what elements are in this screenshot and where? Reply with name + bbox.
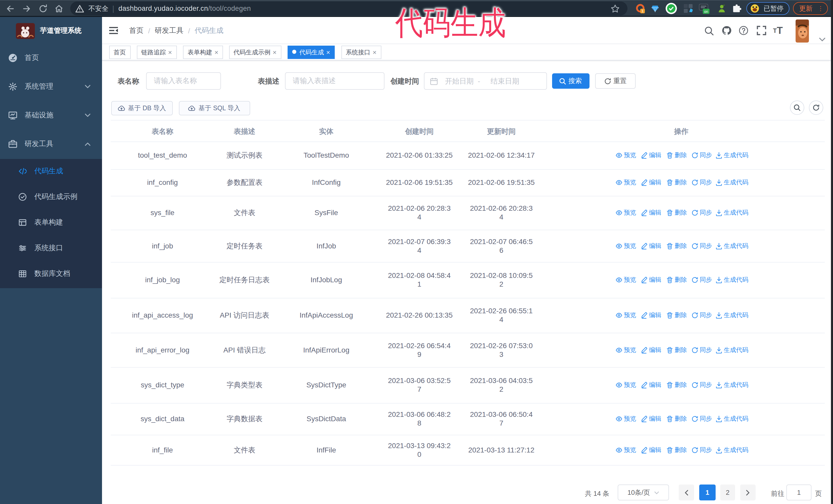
svg-text:on: on: [704, 9, 708, 13]
svg-text:1: 1: [641, 8, 643, 13]
